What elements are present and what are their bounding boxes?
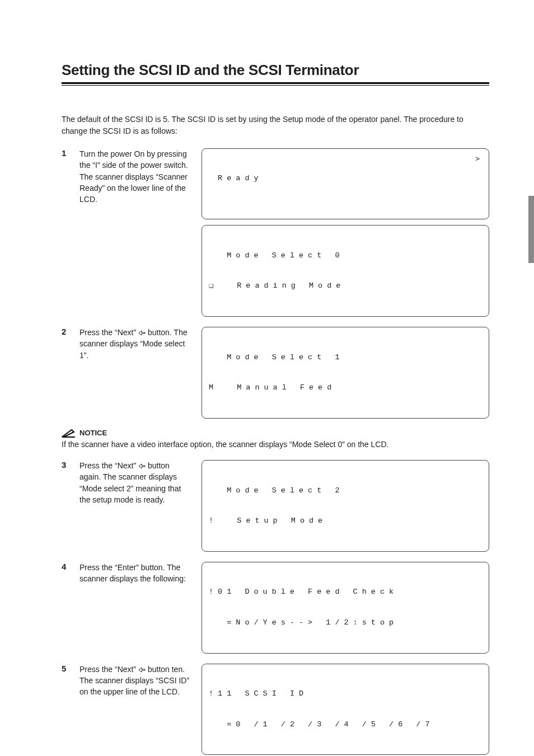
step-number: 4 [62, 562, 69, 654]
divider-thick [62, 82, 489, 84]
notice-label: NOTICE [79, 429, 107, 437]
notice-block-1: NOTICE If the scanner have a video inter… [62, 429, 489, 450]
step-1: 1 Turn the power On by pressing the “I” … [62, 148, 489, 317]
step-text: Press the “Next” button again. The scann… [79, 460, 191, 552]
lcd-line: Mode Select 0 [209, 251, 482, 261]
step-4: 4 Press the “Enter” button. The scanner … [62, 562, 489, 654]
svg-marker-2 [139, 668, 145, 672]
step-number: 5 [62, 664, 69, 755]
lcd-line: M Manual Feed [209, 383, 482, 393]
lcd-line: !01 Double Feed Check [209, 587, 482, 597]
lcd-line: =0 /1 /2 /3 /4 /5 /6 /7 [209, 720, 482, 730]
step-3: 3 Press the “Next” button again. The sca… [62, 460, 489, 552]
section-tab [528, 196, 534, 263]
lcd-ready: Ready > [202, 148, 489, 219]
step-text: Turn the power On by pressing the “I” si… [79, 148, 191, 317]
lcd-line: Mode Select 1 [209, 353, 482, 363]
lcd-line: Mode Select 2 [209, 486, 482, 496]
step-number: 1 [62, 148, 69, 317]
step-2: 2 Press the “Next” button. The scanner d… [62, 327, 489, 419]
lcd-line: !11 SCSI ID [209, 689, 482, 699]
lcd-mode-select-1: Mode Select 1 M Manual Feed [202, 327, 489, 419]
step-number: 2 [62, 327, 69, 419]
diamond-right-icon [138, 463, 146, 469]
lcd-line: ! Setup Mode [209, 516, 482, 526]
lcd-prefix-bang: ! [209, 516, 218, 526]
diamond-right-icon [138, 330, 146, 336]
lcd-line: ❏ Reading Mode [209, 281, 482, 291]
lcd-mode-select-0: Mode Select 0 ❏ Reading Mode [202, 225, 489, 317]
step-text: Press the “Next” button ten. The scanner… [79, 664, 191, 755]
notice-heading: NOTICE [62, 429, 489, 438]
intro-paragraph: The default of the SCSI ID is 5. The SCS… [62, 114, 489, 137]
chevron-right-icon: > [475, 154, 480, 165]
lcd-mode-select-2: Mode Select 2 ! Setup Mode [202, 460, 489, 552]
page-title: Setting the SCSI ID and the SCSI Termina… [62, 62, 489, 79]
step-text: Press the “Enter” button. The scanner di… [79, 562, 191, 654]
diamond-right-icon [138, 667, 146, 673]
lcd-double-feed: !01 Double Feed Check =No/Yes--> 1/2:sto… [202, 562, 489, 654]
pencil-icon [62, 429, 76, 438]
step-text: Press the “Next” button. The scanner dis… [79, 327, 191, 419]
step-5: 5 Press the “Next” button ten. The scann… [62, 664, 489, 755]
svg-marker-1 [139, 464, 145, 468]
divider-thin [62, 85, 489, 86]
lcd-line: Ready [209, 173, 482, 184]
document-icon: ❏ [209, 281, 218, 291]
lcd-line: =No/Yes--> 1/2:stop [209, 618, 482, 628]
lcd-scsi-id: !11 SCSI ID =0 /1 /2 /3 /4 /5 /6 /7 [202, 664, 489, 755]
notice-body: If the scanner have a video interface op… [62, 439, 489, 450]
step-number: 3 [62, 460, 69, 552]
lcd-prefix-m: M [209, 383, 218, 393]
svg-marker-0 [139, 331, 145, 335]
